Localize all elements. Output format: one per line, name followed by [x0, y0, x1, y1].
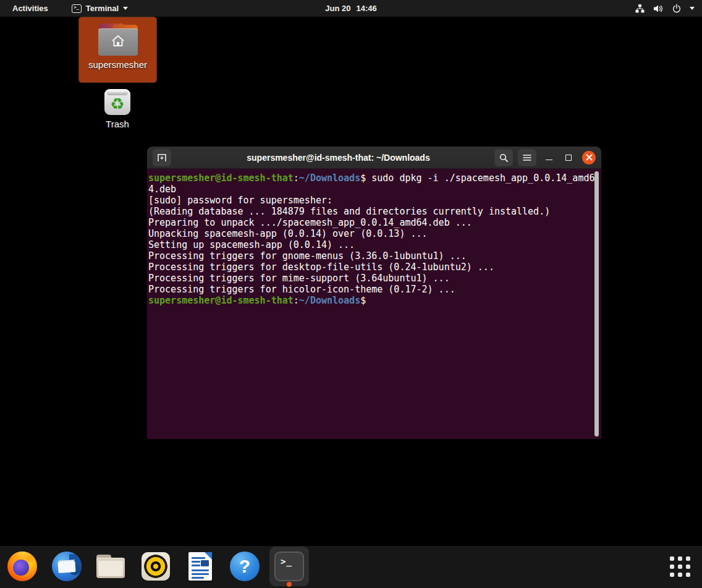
clock-time: 14:46 — [356, 4, 376, 13]
new-tab-button[interactable] — [153, 149, 171, 166]
top-bar: Activities >_ Terminal Jun 20 14:46 — [0, 0, 702, 17]
activities-button[interactable]: Activities — [7, 2, 53, 14]
thunderbird-icon — [52, 552, 82, 581]
dock-terminal-active[interactable]: >_ — [269, 547, 309, 586]
close-icon — [586, 154, 593, 161]
app-menu-label: Terminal — [86, 4, 119, 13]
network-wired-icon — [635, 4, 645, 14]
help-icon: ? — [230, 552, 260, 581]
menu-button[interactable] — [518, 149, 536, 166]
app-menu-terminal[interactable]: >_ Terminal — [72, 4, 128, 13]
maximize-icon — [565, 155, 572, 161]
desktop-icon-label: supersmesher — [88, 59, 147, 70]
maximize-button[interactable] — [561, 149, 576, 166]
files-icon — [96, 555, 126, 584]
dock-rhythmbox[interactable] — [141, 552, 171, 581]
volume-icon — [653, 4, 664, 14]
power-icon — [672, 4, 682, 14]
desktop-icon-supersmesher[interactable]: supersmesher — [79, 17, 156, 82]
home-folder-icon — [98, 23, 138, 56]
terminal-scrollbar[interactable] — [594, 171, 599, 437]
house-icon — [110, 33, 126, 48]
running-indicator-dot — [287, 582, 292, 587]
terminal-output[interactable]: supersmesher@id-smesh-that:~/Downloads$ … — [147, 169, 601, 439]
system-status-area[interactable] — [630, 0, 702, 17]
terminal-titlebar[interactable]: supersmesher@id-smesh-that: ~/Downloads — [147, 147, 601, 169]
rhythmbox-icon — [141, 552, 171, 582]
trash-icon: ♻ — [104, 89, 130, 115]
hamburger-menu-icon — [523, 154, 531, 161]
search-button[interactable] — [494, 149, 513, 166]
dock-thunderbird[interactable] — [52, 552, 82, 581]
terminal-window-icon: >_ — [72, 4, 82, 13]
desktop-icon-label: Trash — [106, 119, 129, 129]
window-title: supersmesher@id-smesh-that: ~/Downloads — [176, 153, 489, 163]
dock-help[interactable]: ? — [230, 552, 260, 581]
search-icon — [499, 153, 509, 163]
dock-libreoffice-writer[interactable] — [185, 552, 215, 581]
dock-firefox[interactable] — [7, 552, 37, 581]
minimize-icon — [546, 160, 552, 160]
firefox-icon — [7, 552, 37, 581]
clock[interactable]: Jun 20 14:46 — [325, 4, 376, 13]
dock-files[interactable] — [96, 552, 126, 581]
terminal-window: supersmesher@id-smesh-that: ~/Downloads … — [147, 147, 601, 439]
recycle-icon: ♻ — [110, 96, 124, 112]
desktop-icon-trash[interactable]: ♻ Trash — [93, 88, 142, 132]
close-button[interactable] — [582, 151, 596, 164]
minimize-button[interactable] — [541, 149, 556, 166]
chevron-down-icon — [123, 7, 128, 10]
terminal-text: supersmesher@id-smesh-that:~/Downloads$ … — [148, 173, 593, 438]
chevron-down-icon — [690, 7, 695, 10]
libreoffice-writer-icon — [185, 552, 215, 582]
terminal-icon: >_ — [274, 552, 304, 581]
new-tab-icon — [157, 153, 167, 162]
show-applications-button[interactable] — [668, 555, 691, 578]
clock-date: Jun 20 — [325, 4, 350, 13]
